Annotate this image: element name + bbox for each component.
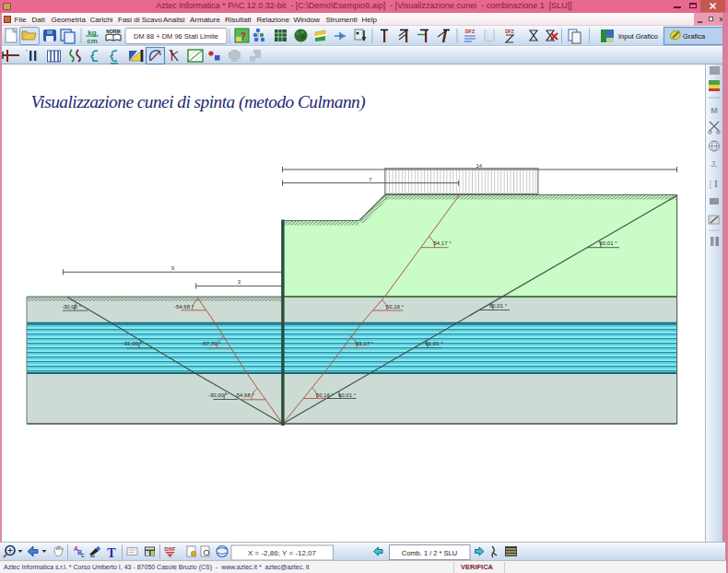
svg-text:50,16 °: 50,16 °: [316, 392, 335, 398]
svg-text:NORM: NORM: [106, 29, 120, 34]
svg-text:60,01 °: 60,01 °: [338, 392, 357, 398]
svg-text:-31,00 °: -31,00 °: [123, 341, 143, 346]
svg-text:3: 3: [238, 279, 241, 285]
svg-text:-54,68 °: -54,68 °: [235, 392, 255, 398]
svg-text:M: M: [710, 106, 718, 115]
svg-text:9: 9: [171, 265, 175, 271]
svg-text:60,01 °: 60,01 °: [489, 303, 508, 309]
svg-text:-54,68 °: -54,68 °: [174, 304, 194, 310]
svg-text:Visualizzazione cunei di spint: Visualizzazione cunei di spinta (metodo …: [31, 92, 366, 112]
svg-text:I: I: [714, 179, 717, 189]
svg-text:Input Grafico: Input Grafico: [618, 32, 658, 41]
svg-text:63,17 °: 63,17 °: [356, 341, 374, 346]
svg-text:DFZ: DFZ: [465, 29, 476, 34]
svg-text:Comb. 1 / 2 * SLU: Comb. 1 / 2 * SLU: [402, 549, 457, 557]
svg-text:c: c: [81, 552, 85, 558]
svg-text:50,16 °: 50,16 °: [386, 304, 405, 310]
svg-text:X = -2,86; Y = -12,07: X = -2,86; Y = -12,07: [248, 549, 317, 557]
svg-text:?: ?: [241, 31, 246, 41]
svg-text:3,: 3,: [710, 159, 718, 169]
svg-text:60,01 °: 60,01 °: [599, 240, 617, 246]
svg-text:DM 88 + DM 96 Stati Limite: DM 88 + DM 96 Stati Limite: [134, 32, 218, 41]
svg-text:DXF: DXF: [165, 546, 176, 552]
svg-text:': ': [26, 49, 27, 55]
svg-text:54,17 °: 54,17 °: [433, 240, 452, 246]
svg-text:-30,00 °: -30,00 °: [62, 304, 82, 310]
svg-text:7: 7: [369, 177, 372, 182]
svg-text:cm: cm: [87, 37, 98, 45]
svg-text:-57,70 °: -57,70 °: [201, 341, 221, 346]
svg-text:T: T: [107, 546, 116, 560]
svg-text:DFZ: DFZ: [505, 29, 514, 34]
svg-text:61,01 °: 61,01 °: [425, 341, 443, 346]
svg-text:[: [: [710, 180, 712, 189]
svg-text:Grafica: Grafica: [683, 32, 706, 41]
svg-text:-30,00 °: -30,00 °: [208, 392, 229, 398]
svg-text:14: 14: [476, 163, 482, 169]
